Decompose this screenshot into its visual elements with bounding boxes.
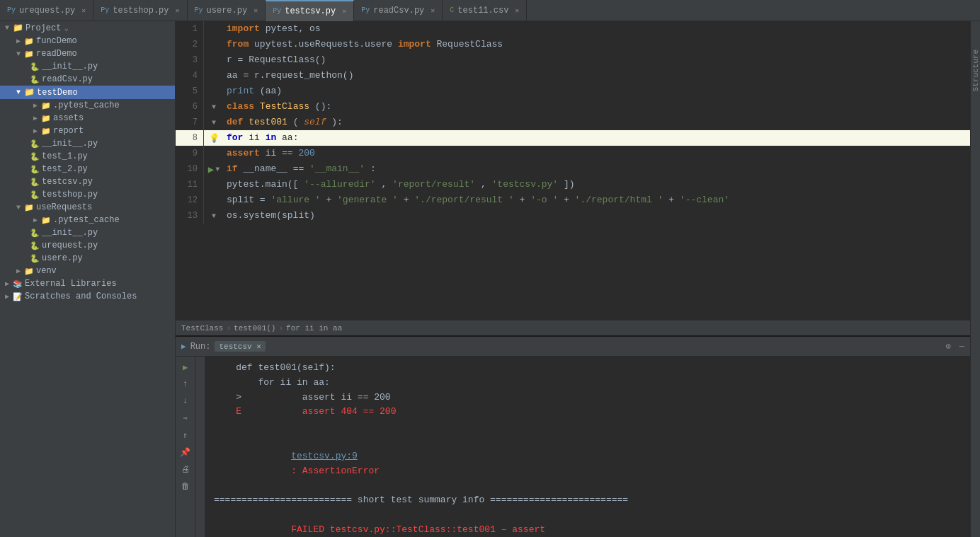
fold-icon[interactable]: ▼ [212,119,216,127]
code-text: ): [331,117,343,127]
sidebar-item-testcsv-file[interactable]: 🐍 testcsv.py [0,175,175,188]
run-panel: ▶ Run: testcsv ✕ ⚙ — ▶ ↑ ↓ ⇒ ⇑ 📌 🖨 🗑 [176,335,970,537]
sidebar-item-readdemo[interactable]: ▼ 📁 readDemo [0,47,175,60]
run-tab-badge[interactable]: testcsv ✕ [215,341,265,352]
arrow-icon: ▶ [1,279,13,288]
line-number: 11 [176,177,204,192]
sidebar-item-external-libs[interactable]: ▶ 📚 External Libraries [0,277,175,290]
sidebar-item-usere-file[interactable]: 🐍 usere.py [0,252,175,265]
run-tab-label[interactable]: Run: [190,342,211,352]
py-file-icon: 🐍 [30,190,40,200]
sidebar-item-userequests[interactable]: ▼ 📁 useRequests [0,201,175,214]
run-play-button[interactable]: ▶ [178,359,193,375]
tab-label: testcsv.py [285,6,336,16]
sidebar-item-pytest-cache2[interactable]: ▶ 📁 .pytest_cache [0,214,175,226]
run-output[interactable]: def test001(self): for ii in aa: > asser… [205,357,970,537]
sidebar-item-readcsv[interactable]: 🐍 readCsv.py [0,73,175,86]
keyword: def [227,117,243,127]
sidebar-item-assets[interactable]: ▶ 📁 assets [0,112,175,125]
run-rerun-button[interactable]: ⇒ [178,410,193,426]
code-text: + [404,195,415,205]
code-editor[interactable]: 1 import pytest, os 2 from upytest.useRe… [176,21,970,320]
pin-button[interactable]: 📌 [178,444,193,460]
structure-label[interactable]: Structure [972,50,980,91]
sidebar-item-test1[interactable]: 🐍 test_1.py [0,150,175,163]
tab-close[interactable]: ✕ [342,7,346,16]
keyword: for [227,132,243,143]
minimize-icon[interactable]: — [959,342,964,352]
tab-close[interactable]: ✕ [431,6,435,15]
sidebar-item-test2[interactable]: 🐍 test_2.py [0,163,175,175]
code-text: upytest.useRequests.usere [254,39,398,50]
code-text: , [481,179,492,190]
file-link[interactable]: testcsv.py:9 [291,451,358,461]
fold-icon[interactable]: ▼ [215,166,220,173]
code-text: pytest, os [266,23,321,34]
tab-close[interactable]: ✕ [515,6,519,15]
breadcrumb-separator: › [226,324,231,333]
run-stop-button[interactable]: ⇑ [178,427,193,443]
sidebar-item-init-testdemo[interactable]: 🐍 __init__.py [0,137,175,150]
sidebar-item-scratches[interactable]: ▶ 📝 Scratches and Consoles [0,290,175,303]
main-layout: ▼ 📁 Project ⌄ ▶ 📁 funcDemo ▼ 📁 readDemo … [0,21,980,537]
tab-test11csv[interactable]: C test11.csv ✕ [443,0,527,21]
fold-icon[interactable]: ▼ [212,212,216,220]
sidebar-label: External Libraries [25,279,117,289]
gear-icon[interactable]: ⚙ [946,341,951,352]
sidebar-item-testdemo[interactable]: ▼ 📁 testDemo [0,86,175,99]
run-icon[interactable]: ▶ [208,163,214,175]
delete-button[interactable]: 🗑 [178,478,193,494]
tab-label: readCsv.py [373,6,424,16]
line-content: split = 'allure ' + 'generate ' + './rep… [224,192,970,208]
sidebar-label: __init__.py [42,139,98,149]
sidebar-item-pytest-cache[interactable]: ▶ 📁 .pytest_cache [0,99,175,112]
py-file-icon: 🐍 [30,139,40,149]
sidebar-label: readCsv.py [42,74,93,84]
tab-label: testshop.py [113,6,169,16]
run-up-button[interactable]: ↑ [178,376,193,392]
keyword: from [227,39,249,50]
code-line-12: 12 split = 'allure ' + 'generate ' + './… [176,192,970,208]
line-content: if __name__ == '__main__' : [224,161,970,177]
sidebar-label: testcsv.py [42,177,93,187]
code-text: , [381,179,392,190]
fold-icon[interactable]: ▼ [212,103,216,111]
tab-close[interactable]: ✕ [81,6,86,15]
sidebar-item-venv[interactable]: ▶ 📁 venv [0,265,175,277]
line-number: 12 [176,192,204,208]
sidebar-item-init-userequests[interactable]: 🐍 __init__.py [0,226,175,239]
tab-urequest[interactable]: Py urequest.py ✕ [0,0,93,21]
sidebar-label: testDemo [37,88,78,98]
arrow-icon: ▶ [30,127,41,135]
error-text: : AssertionError [291,466,380,476]
bulb-icon[interactable]: 💡 [209,133,220,144]
code-line-10: 10 ▶ ▼ if __name__ == '__main__' : [176,161,970,177]
sidebar-item-funcdemo[interactable]: ▶ 📁 funcDemo [0,35,175,47]
string: 'report/result' [392,179,475,190]
breadcrumb-item[interactable]: for ii in aa [286,324,342,333]
tab-label: usere.py [207,6,248,16]
sidebar-item-project[interactable]: ▼ 📁 Project ⌄ [0,21,175,35]
tab-usere[interactable]: Py usere.py ✕ [188,0,266,21]
tab-close[interactable]: ✕ [253,6,258,15]
print-button[interactable]: 🖨 [178,461,193,477]
keyword: class [227,101,254,112]
run-icon-small: ▶ [181,342,186,351]
breadcrumb-item[interactable]: TestClass [181,324,223,333]
py-icon: Py [361,6,370,14]
tab-testshop[interactable]: Py testshop.py ✕ [93,0,187,21]
tab-readcsv[interactable]: Py readCsv.py ✕ [354,0,443,21]
sidebar-item-testshop-file[interactable]: 🐍 testshop.py [0,188,175,201]
sidebar-item-urequest-file[interactable]: 🐍 urequest.py [0,239,175,252]
breadcrumb-item[interactable]: test001() [234,324,275,333]
tab-testcsv[interactable]: Py testcsv.py ✕ [266,0,354,21]
string: 'allure ' [270,195,320,205]
folder-icon: 📁 [41,216,51,225]
tab-close[interactable]: ✕ [176,6,180,15]
run-down-button[interactable]: ↓ [178,393,193,409]
code-text: ii [249,132,265,143]
line-content: print (aa) [224,83,970,99]
run-panel-header: ▶ Run: testcsv ✕ ⚙ — [176,337,970,357]
sidebar-item-report[interactable]: ▶ 📁 report [0,125,175,137]
sidebar-item-init-readdemo[interactable]: 🐍 __init__.py [0,60,175,73]
